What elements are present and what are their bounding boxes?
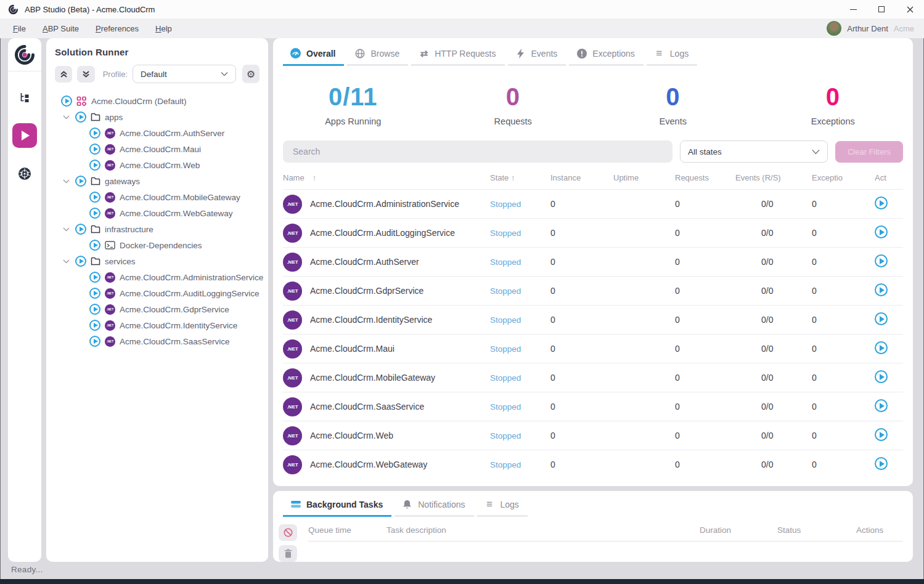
start-app-button[interactable] bbox=[875, 457, 888, 472]
profile-dropdown[interactable]: Default bbox=[133, 65, 236, 83]
tab-label: HTTP Requests bbox=[435, 49, 496, 59]
app-state: Stopped bbox=[490, 229, 550, 238]
tab-browse[interactable]: Browse bbox=[347, 42, 408, 66]
app-requests: 0 bbox=[675, 315, 735, 325]
start-app-button[interactable] bbox=[875, 428, 888, 443]
dotnet-icon bbox=[283, 455, 302, 474]
start-app-button[interactable] bbox=[875, 197, 888, 211]
tree-item-services[interactable]: services bbox=[46, 253, 268, 269]
start-app-button[interactable] bbox=[875, 225, 888, 240]
user-avatar[interactable] bbox=[827, 21, 841, 36]
play-icon[interactable] bbox=[89, 144, 100, 155]
play-icon bbox=[875, 457, 888, 470]
play-icon[interactable] bbox=[89, 128, 100, 139]
menu-preferences[interactable]: Preferences bbox=[96, 24, 139, 33]
column-header-exceptions[interactable]: Exceptio bbox=[812, 173, 875, 182]
play-icon[interactable] bbox=[89, 304, 100, 315]
play-icon[interactable] bbox=[89, 336, 100, 347]
tree-item-saasservice[interactable]: Acme.CloudCrm.SaasService bbox=[46, 333, 268, 349]
play-icon[interactable] bbox=[75, 112, 86, 123]
tasks-table-header: Queue time Task description Duration Sta… bbox=[308, 519, 903, 541]
solution-runner-button[interactable] bbox=[12, 123, 37, 148]
tab-events[interactable]: Events bbox=[508, 42, 566, 66]
minimize-button[interactable] bbox=[839, 0, 867, 18]
tab-exceptions[interactable]: Exceptions bbox=[569, 42, 643, 66]
play-icon[interactable] bbox=[89, 192, 100, 203]
column-header-requests[interactable]: Requests bbox=[675, 173, 735, 182]
close-button[interactable] bbox=[896, 0, 924, 18]
column-header-uptime[interactable]: Uptime bbox=[613, 173, 675, 182]
play-icon[interactable] bbox=[89, 208, 100, 219]
terminal-icon bbox=[105, 241, 115, 249]
play-icon[interactable] bbox=[75, 176, 86, 187]
play-icon[interactable] bbox=[89, 288, 100, 299]
tree-item-webgateway[interactable]: Acme.CloudCrm.WebGateway bbox=[46, 205, 268, 221]
tree-item-gdprservice[interactable]: Acme.CloudCrm.GdprService bbox=[46, 301, 268, 317]
user-box[interactable]: Arthur Dent Acme bbox=[827, 18, 914, 38]
chevron-down-icon[interactable] bbox=[61, 115, 71, 120]
tree-item-auditloggingservice[interactable]: Acme.CloudCrm.AuditLoggingService bbox=[46, 285, 268, 301]
chevron-down-icon[interactable] bbox=[61, 259, 71, 264]
column-header-name[interactable]: Name bbox=[283, 173, 490, 182]
app-instance: 0 bbox=[550, 257, 613, 267]
solution-explorer-button[interactable] bbox=[12, 85, 37, 110]
menu-abp-suite[interactable]: ABP Suite bbox=[43, 24, 79, 33]
clear-filters-button[interactable]: Clear Filters bbox=[835, 141, 903, 163]
tree-item-gateways[interactable]: gateways bbox=[46, 173, 268, 189]
runner-settings-button[interactable]: ⚙ bbox=[242, 65, 260, 83]
start-app-button[interactable] bbox=[875, 312, 888, 327]
play-icon[interactable] bbox=[75, 256, 86, 267]
kubernetes-button[interactable] bbox=[12, 161, 37, 186]
play-icon[interactable] bbox=[89, 272, 100, 283]
tree-item-infrastructure[interactable]: infrastructure bbox=[46, 221, 268, 237]
tab-http-requests[interactable]: ⇄ HTTP Requests bbox=[411, 42, 504, 66]
menu-file[interactable]: File bbox=[13, 24, 26, 33]
column-header-state[interactable]: State bbox=[490, 173, 550, 182]
chevron-down-icon[interactable] bbox=[61, 179, 71, 184]
tree-item-authserver[interactable]: Acme.CloudCrm.AuthServer bbox=[46, 125, 268, 141]
collapse-all-button[interactable] bbox=[55, 66, 72, 83]
state-filter-dropdown[interactable]: All states bbox=[680, 140, 828, 163]
play-icon[interactable] bbox=[75, 224, 86, 235]
table-row: Acme.CloudCrm.GdprService Stopped 0 0 0/… bbox=[283, 276, 903, 305]
tree-item-apps[interactable]: apps bbox=[46, 109, 268, 125]
play-icon bbox=[875, 370, 888, 383]
tree-item-mobilegateway[interactable]: Acme.CloudCrm.MobileGateway bbox=[46, 189, 268, 205]
tab-background-tasks[interactable]: Background Tasks bbox=[283, 493, 391, 517]
expand-all-button[interactable] bbox=[77, 66, 94, 83]
tree-item-web[interactable]: Acme.CloudCrm.Web bbox=[46, 157, 268, 173]
tab-overall[interactable]: Overall bbox=[283, 42, 344, 66]
chevron-down-icon[interactable] bbox=[61, 227, 71, 232]
tree-item-identityservice[interactable]: Acme.CloudCrm.IdentityService bbox=[46, 317, 268, 333]
app-exceptions: 0 bbox=[812, 199, 875, 209]
stat-events: 0 Events bbox=[593, 83, 753, 126]
tab-label: Logs bbox=[670, 49, 689, 59]
play-icon bbox=[875, 428, 888, 441]
start-app-button[interactable] bbox=[875, 254, 888, 269]
play-icon[interactable] bbox=[89, 160, 100, 171]
play-icon[interactable] bbox=[89, 240, 100, 251]
play-icon[interactable] bbox=[89, 320, 100, 331]
maximize-button[interactable] bbox=[867, 0, 896, 18]
menu-help[interactable]: Help bbox=[155, 24, 172, 33]
tab-notifications[interactable]: Notifications bbox=[395, 493, 473, 517]
cancel-tasks-button[interactable] bbox=[279, 524, 297, 541]
clear-tasks-button[interactable] bbox=[279, 545, 297, 562]
column-header-events[interactable]: Events (R/S) bbox=[735, 173, 812, 182]
table-row: Acme.CloudCrm.Web Stopped 0 0 0/0 0 bbox=[283, 421, 903, 450]
play-icon[interactable] bbox=[61, 95, 72, 107]
start-app-button[interactable] bbox=[875, 283, 888, 298]
start-app-button[interactable] bbox=[875, 341, 888, 356]
main-panel: Overall Browse ⇄ HTTP Requests Events Ex… bbox=[273, 38, 913, 486]
column-header-instance[interactable]: Instance bbox=[550, 173, 613, 182]
start-app-button[interactable] bbox=[875, 399, 888, 414]
start-app-button[interactable] bbox=[875, 370, 888, 385]
tree-item-docker-dependencies[interactable]: Docker-Dependencies bbox=[46, 237, 268, 253]
tab-logs[interactable]: ≡ Logs bbox=[647, 42, 697, 66]
tree-item-maui[interactable]: Acme.CloudCrm.Maui bbox=[46, 141, 268, 157]
tree-item-solution[interactable]: Acme.CloudCrm (Default) bbox=[46, 93, 268, 109]
bolt-icon bbox=[515, 48, 526, 59]
tab-logs[interactable]: ≡ Logs bbox=[477, 493, 528, 517]
tree-item-administrationservice[interactable]: Acme.CloudCrm.AdministrationService bbox=[46, 269, 268, 285]
search-input[interactable] bbox=[283, 140, 673, 163]
